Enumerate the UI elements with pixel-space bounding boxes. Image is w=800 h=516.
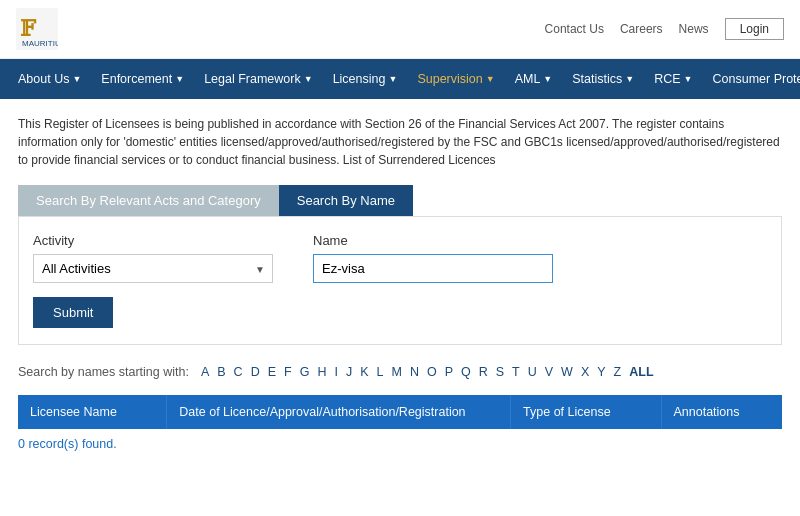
- info-text: This Register of Licensees is being publ…: [18, 115, 782, 169]
- nav-label-enforcement: Enforcement: [101, 72, 172, 86]
- nav-label-licensing: Licensing: [333, 72, 386, 86]
- main-content: This Register of Licensees is being publ…: [0, 99, 800, 467]
- nav-item-legal-framework[interactable]: Legal Framework ▼: [194, 59, 323, 99]
- alpha-O[interactable]: O: [425, 365, 439, 379]
- nav-arrow-aml: ▼: [543, 74, 552, 84]
- alpha-J[interactable]: J: [344, 365, 354, 379]
- col-licensee-name: Licensee Name: [18, 395, 167, 429]
- alpha-Q[interactable]: Q: [459, 365, 473, 379]
- svg-text:𝔽: 𝔽: [20, 16, 37, 41]
- nav-item-licensing[interactable]: Licensing ▼: [323, 59, 408, 99]
- top-links: Contact Us Careers News Login: [545, 18, 784, 40]
- login-button[interactable]: Login: [725, 18, 784, 40]
- alpha-C[interactable]: C: [232, 365, 245, 379]
- name-group: Name: [313, 233, 553, 283]
- alpha-L[interactable]: L: [375, 365, 386, 379]
- nav-item-about-us[interactable]: About Us ▼: [8, 59, 91, 99]
- nav-label-rce: RCE: [654, 72, 680, 86]
- careers-link[interactable]: Careers: [620, 22, 663, 36]
- results-table: Licensee Name Date of Licence/Approval/A…: [18, 395, 782, 429]
- nav-item-consumer-protection[interactable]: Consumer Protection ▼: [703, 59, 800, 99]
- nav-arrow-supervision: ▼: [486, 74, 495, 84]
- nav-arrow-licensing: ▼: [388, 74, 397, 84]
- nav-label-consumer-protection: Consumer Protection: [713, 72, 800, 86]
- nav-arrow-statistics: ▼: [625, 74, 634, 84]
- alpha-W[interactable]: W: [559, 365, 575, 379]
- tab-search-by-acts[interactable]: Search By Relevant Acts and Category: [18, 185, 279, 216]
- nav-item-rce[interactable]: RCE ▼: [644, 59, 702, 99]
- alpha-search: Search by names starting with: A B C D E…: [18, 365, 782, 379]
- nav-label-statistics: Statistics: [572, 72, 622, 86]
- news-link[interactable]: News: [679, 22, 709, 36]
- alpha-M[interactable]: M: [389, 365, 403, 379]
- nav-label-aml: AML: [515, 72, 541, 86]
- col-date-licence: Date of Licence/Approval/Authorisation/R…: [167, 395, 511, 429]
- nav-item-aml[interactable]: AML ▼: [505, 59, 563, 99]
- form-row: Activity All Activities ▼ Name: [33, 233, 767, 283]
- alpha-B[interactable]: B: [215, 365, 227, 379]
- alpha-Z[interactable]: Z: [612, 365, 624, 379]
- alpha-U[interactable]: U: [526, 365, 539, 379]
- alpha-V[interactable]: V: [543, 365, 555, 379]
- nav-arrow-about-us: ▼: [72, 74, 81, 84]
- alpha-I[interactable]: I: [332, 365, 339, 379]
- search-form-area: Activity All Activities ▼ Name Submit: [18, 216, 782, 345]
- alpha-T[interactable]: T: [510, 365, 522, 379]
- nav-label-supervision: Supervision: [417, 72, 482, 86]
- nav-arrow-enforcement: ▼: [175, 74, 184, 84]
- top-bar: 𝔽 MAURITIUS Contact Us Careers News Logi…: [0, 0, 800, 59]
- nav-label-legal-framework: Legal Framework: [204, 72, 301, 86]
- alpha-A[interactable]: A: [199, 365, 211, 379]
- contact-link[interactable]: Contact Us: [545, 22, 604, 36]
- alpha-E[interactable]: E: [266, 365, 278, 379]
- alpha-H[interactable]: H: [315, 365, 328, 379]
- alpha-Y[interactable]: Y: [595, 365, 607, 379]
- nav-item-statistics[interactable]: Statistics ▼: [562, 59, 644, 99]
- col-type-license: Type of License: [511, 395, 661, 429]
- activity-group: Activity All Activities ▼: [33, 233, 273, 283]
- svg-text:MAURITIUS: MAURITIUS: [22, 39, 58, 48]
- table-header-row: Licensee Name Date of Licence/Approval/A…: [18, 395, 782, 429]
- col-annotations: Annotations: [661, 395, 782, 429]
- alpha-N[interactable]: N: [408, 365, 421, 379]
- logo-area: 𝔽 MAURITIUS: [16, 8, 58, 50]
- nav-item-enforcement[interactable]: Enforcement ▼: [91, 59, 194, 99]
- alpha-R[interactable]: R: [477, 365, 490, 379]
- alpha-G[interactable]: G: [298, 365, 312, 379]
- submit-button[interactable]: Submit: [33, 297, 113, 328]
- alpha-P[interactable]: P: [443, 365, 455, 379]
- nav-arrow-legal-framework: ▼: [304, 74, 313, 84]
- name-input[interactable]: [313, 254, 553, 283]
- alpha-X[interactable]: X: [579, 365, 591, 379]
- nav-item-supervision[interactable]: Supervision ▼: [407, 59, 504, 99]
- activity-label: Activity: [33, 233, 273, 248]
- alpha-S[interactable]: S: [494, 365, 506, 379]
- alpha-K[interactable]: K: [358, 365, 370, 379]
- nav-label-about-us: About Us: [18, 72, 69, 86]
- alpha-all[interactable]: ALL: [627, 365, 655, 379]
- name-label: Name: [313, 233, 553, 248]
- results-count: 0 record(s) found.: [18, 437, 782, 451]
- alpha-search-label: Search by names starting with:: [18, 365, 189, 379]
- nav-bar: About Us ▼ Enforcement ▼ Legal Framework…: [0, 59, 800, 99]
- table-header: Licensee Name Date of Licence/Approval/A…: [18, 395, 782, 429]
- activity-select-wrapper: All Activities ▼: [33, 254, 273, 283]
- tab-search-by-name[interactable]: Search By Name: [279, 185, 413, 216]
- search-tabs: Search By Relevant Acts and Category Sea…: [18, 185, 782, 216]
- alpha-D[interactable]: D: [249, 365, 262, 379]
- alpha-F[interactable]: F: [282, 365, 294, 379]
- fsc-logo: 𝔽 MAURITIUS: [16, 8, 58, 50]
- activity-select[interactable]: All Activities: [33, 254, 273, 283]
- nav-arrow-rce: ▼: [684, 74, 693, 84]
